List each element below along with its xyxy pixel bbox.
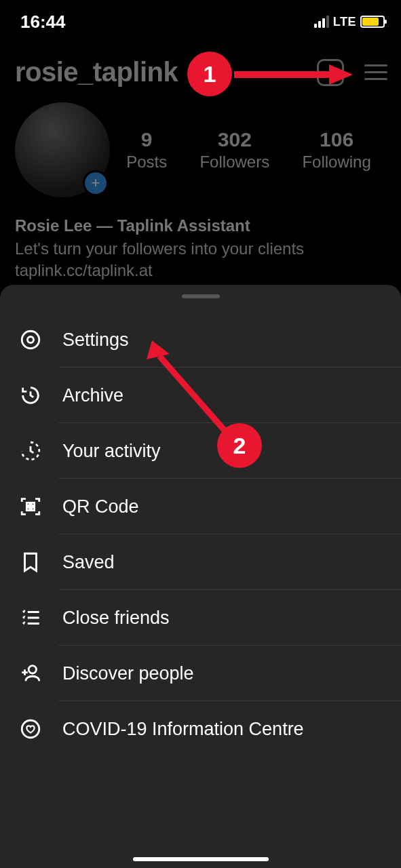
close-friends-icon	[18, 605, 43, 631]
sheet-grabber[interactable]	[182, 294, 220, 298]
svg-rect-5	[31, 507, 34, 510]
add-story-icon[interactable]: +	[83, 170, 109, 196]
bio-text: Let's turn your followers into your clie…	[15, 238, 387, 260]
status-right: LTE	[314, 15, 385, 29]
following-label: Following	[302, 153, 370, 172]
qr-icon	[18, 494, 43, 519]
status-time: 16:44	[20, 12, 66, 33]
svg-point-7	[22, 720, 39, 738]
status-bar: 16:44 LTE	[0, 0, 401, 37]
annotation-step-1: 1	[187, 52, 232, 96]
svg-marker-11	[147, 340, 170, 359]
home-indicator[interactable]	[133, 857, 269, 861]
menu-item-qr[interactable]: QR Code	[0, 479, 401, 534]
bookmark-icon	[18, 549, 43, 575]
menu-item-covid[interactable]: COVID-19 Information Centre	[0, 701, 401, 757]
svg-point-6	[28, 666, 36, 673]
menu-label: Settings	[62, 330, 129, 351]
posts-stat[interactable]: 9 Posts	[126, 128, 167, 172]
svg-point-0	[22, 331, 39, 349]
svg-rect-3	[31, 502, 34, 505]
menu-label: COVID-19 Information Centre	[62, 719, 304, 740]
menu-item-close-friends[interactable]: Close friends	[0, 590, 401, 646]
annotation-step-2: 2	[217, 423, 262, 468]
discover-people-icon	[18, 660, 43, 686]
menu-label: Close friends	[62, 608, 170, 629]
posts-label: Posts	[126, 153, 167, 172]
menu-label: Archive	[62, 385, 123, 406]
display-name: Rosie Lee — Taplink Assistant	[15, 216, 387, 235]
following-count: 106	[302, 128, 370, 151]
menu-item-saved[interactable]: Saved	[0, 534, 401, 590]
svg-marker-9	[329, 64, 353, 85]
followers-label: Followers	[199, 153, 269, 172]
following-stat[interactable]: 106 Following	[302, 128, 370, 172]
menu-label: QR Code	[62, 496, 139, 517]
network-label: LTE	[333, 15, 356, 29]
svg-point-1	[27, 336, 33, 342]
bio-link[interactable]: taplink.cc/taplink.at	[15, 261, 387, 280]
svg-rect-2	[26, 502, 29, 505]
hamburger-menu-button[interactable]	[364, 64, 387, 80]
followers-count: 302	[199, 128, 269, 151]
svg-rect-4	[26, 507, 29, 510]
gear-icon	[18, 327, 43, 353]
posts-count: 9	[126, 128, 167, 151]
menu-label: Discover people	[62, 663, 194, 684]
avatar[interactable]: +	[15, 102, 110, 197]
activity-icon	[18, 438, 43, 464]
username[interactable]: rosie_taplink	[15, 57, 178, 87]
followers-stat[interactable]: 302 Followers	[199, 128, 269, 172]
annotation-arrow-1	[231, 61, 353, 88]
menu-label: Saved	[62, 552, 115, 573]
menu-item-discover[interactable]: Discover people	[0, 646, 401, 701]
heart-circle-icon	[18, 716, 43, 742]
archive-icon	[18, 382, 43, 408]
svg-line-10	[159, 356, 231, 437]
battery-icon	[360, 16, 385, 28]
signal-icon	[314, 16, 329, 28]
